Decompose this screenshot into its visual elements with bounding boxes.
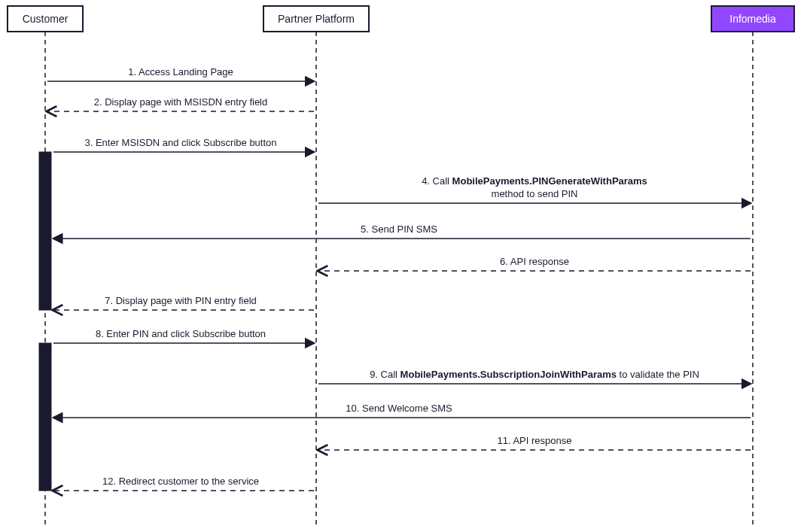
message-7-label: 7. Display page with PIN entry field <box>105 295 257 306</box>
sequence-diagram: 1. Access Landing Page2. Display page wi… <box>0 0 804 532</box>
message-4-label-2: method to send PIN <box>492 188 578 199</box>
message-4-label: 4. Call MobilePayments.PINGenerateWithPa… <box>422 175 647 187</box>
message-12-label: 12. Redirect customer to the service <box>102 476 259 487</box>
message-2-label: 2. Display page with MSISDN entry field <box>94 96 267 108</box>
participant-label-partner: Partner Platform <box>278 13 355 25</box>
message-1-label: 1. Access Landing Page <box>128 66 233 78</box>
participant-label-customer: Customer <box>23 13 69 25</box>
message-9-label: 9. Call MobilePayments.SubscriptionJoinW… <box>370 369 699 380</box>
message-11-label: 11. API response <box>497 435 571 446</box>
message-8-label: 8. Enter PIN and click Subscribe button <box>96 328 266 339</box>
message-6-label: 6. API response <box>500 256 569 267</box>
participant-label-infomedia: Infomedia <box>729 13 776 25</box>
message-10-label: 10. Send Welcome SMS <box>346 403 452 414</box>
activation-customer-0 <box>39 152 51 310</box>
message-3-label: 3. Enter MSISDN and click Subscribe butt… <box>84 137 276 148</box>
activation-customer-1 <box>39 343 51 491</box>
message-5-label: 5. Send PIN SMS <box>361 223 437 235</box>
